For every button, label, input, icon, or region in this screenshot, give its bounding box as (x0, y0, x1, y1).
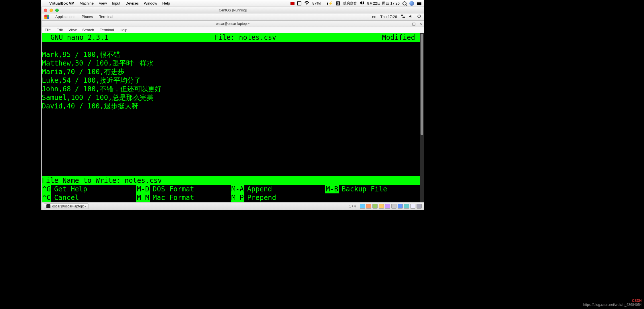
volume-icon[interactable] (409, 14, 413, 19)
shortcut-append[interactable]: M-AAppend (231, 185, 325, 193)
nano-prompt[interactable]: File Name to Write: notes.csv (42, 176, 420, 185)
scrollbar-thumb[interactable] (421, 34, 423, 135)
gnome-tray (360, 204, 422, 209)
terminal-menubar: File Edit View Search Terminal Help (42, 27, 424, 33)
menu-devices[interactable]: Devices (125, 1, 139, 5)
tray-icon[interactable] (366, 204, 371, 209)
terminal-scrollbar[interactable] (420, 33, 424, 202)
nano-modified: Modified (382, 33, 424, 42)
close-button[interactable]: × (420, 21, 422, 26)
svg-rect-0 (401, 15, 403, 16)
tray-icon[interactable] (417, 204, 422, 209)
shortcut-cancel[interactable]: ^CCancel (42, 193, 136, 202)
sogou-ime-icon[interactable]: S (336, 1, 340, 5)
minimize-icon[interactable] (50, 9, 53, 12)
tray-icon[interactable] (372, 204, 378, 209)
grid-icon[interactable] (297, 1, 301, 5)
siri-icon[interactable] (409, 1, 414, 6)
zoom-icon[interactable] (55, 9, 59, 12)
term-menu-search[interactable]: Search (82, 28, 94, 32)
shortcut-mac-format[interactable]: M-MMac Format (136, 193, 231, 202)
watermark-url: https://blog.csdn.net/weixin_43684054 (583, 303, 642, 307)
menu-window[interactable]: Window (144, 1, 157, 5)
taskbar-task-label: oscar@oscar-laptop:~ (52, 204, 86, 208)
close-icon[interactable] (44, 9, 47, 12)
gnome-taskbar: oscar@oscar-laptop:~ 1 / 4 (42, 202, 424, 210)
shortcut-empty (325, 193, 420, 202)
notification-center-icon[interactable] (417, 2, 421, 5)
battery-pct: 87% (312, 1, 320, 5)
battery-icon (321, 2, 327, 5)
vm-window: CentOS [Running] Applications Places Ter… (41, 7, 424, 210)
traffic-lights (44, 9, 59, 12)
nano-shortcuts: ^GGet Help M-DDOS Format M-AAppend M-BBa… (42, 185, 420, 202)
menu-view[interactable]: View (99, 1, 107, 5)
spotlight-icon[interactable] (403, 1, 407, 5)
menu-input[interactable]: Input (112, 1, 120, 5)
app-name[interactable]: VirtualBox VM (49, 1, 74, 5)
vm-title: CentOS [Running] (42, 8, 424, 12)
menu-help[interactable]: Help (162, 1, 170, 5)
taskbar-terminal-button[interactable]: oscar@oscar-laptop:~ (44, 203, 89, 209)
gnome-clock[interactable]: Thu 17:26 (380, 15, 397, 19)
tray-icon[interactable] (404, 204, 409, 209)
network-icon[interactable] (401, 14, 405, 19)
term-menu-edit[interactable]: Edit (56, 28, 63, 32)
watermark-logo: CSDN (583, 299, 642, 303)
gnome-places[interactable]: Places (82, 15, 93, 19)
term-menu-file[interactable]: File (45, 28, 51, 32)
tray-icon[interactable] (398, 204, 403, 209)
wifi-icon[interactable] (304, 1, 309, 6)
power-icon[interactable] (417, 14, 421, 19)
svg-rect-1 (403, 17, 405, 18)
watermark: CSDN https://blog.csdn.net/weixin_436840… (583, 299, 642, 307)
tray-icon[interactable] (379, 204, 384, 209)
maximize-button[interactable]: ▢ (412, 21, 416, 26)
workspace-indicator[interactable]: 1 / 4 (347, 204, 358, 209)
nano-file-label: File: notes.csv (108, 33, 382, 42)
shortcut-get-help[interactable]: ^GGet Help (42, 185, 136, 193)
terminal-title: oscar@oscar-laptop:~ (216, 22, 250, 26)
nano-header: GNU nano 2.3.1 File: notes.csv Modified (42, 33, 424, 42)
shortcut-dos-format[interactable]: M-DDOS Format (136, 185, 231, 193)
gnome-applications[interactable]: Applications (55, 15, 75, 19)
gnome-lang[interactable]: en (372, 15, 376, 19)
tray-icon[interactable] (391, 204, 396, 209)
vm-titlebar[interactable]: CentOS [Running] (42, 7, 424, 13)
term-menu-terminal[interactable]: Terminal (100, 28, 114, 32)
ime-label[interactable]: 搜狗拼音 (343, 1, 357, 6)
terminal-titlebar[interactable]: oscar@oscar-laptop:~ – ▢ × (42, 21, 424, 27)
datetime[interactable]: 8月22日 周四 17:26 (367, 1, 400, 6)
menu-machine[interactable]: Machine (80, 1, 94, 5)
terminal-window: oscar@oscar-laptop:~ – ▢ × File Edit Vie… (42, 20, 424, 202)
record-icon[interactable] (290, 2, 294, 5)
sound-icon[interactable] (360, 1, 364, 6)
tray-icon[interactable] (360, 204, 365, 209)
term-menu-help[interactable]: Help (120, 28, 127, 32)
gnome-activities-icon[interactable] (44, 15, 49, 19)
gnome-panel: Applications Places Terminal en Thu 17:2… (42, 13, 424, 20)
nano-body[interactable]: Mark,95 / 100,很不错 Matthew,30 / 100,跟平时一样… (42, 42, 424, 110)
battery-indicator[interactable]: 87% ⚡ (312, 1, 333, 5)
terminal-screen[interactable]: GNU nano 2.3.1 File: notes.csv Modified … (42, 33, 424, 202)
terminal-icon (46, 204, 50, 208)
macos-menubar: VirtualBox VM Machine View Input Devices… (41, 0, 424, 7)
nano-content[interactable]: Mark,95 / 100,很不错 Matthew,30 / 100,跟平时一样… (42, 50, 424, 110)
charging-icon: ⚡ (328, 1, 333, 5)
minimize-button[interactable]: – (406, 21, 408, 26)
term-menu-view[interactable]: View (68, 28, 76, 32)
tray-icon[interactable] (410, 204, 415, 209)
gnome-terminal-menu[interactable]: Terminal (99, 15, 113, 19)
shortcut-prepend[interactable]: M-PPrepend (231, 193, 325, 202)
shortcut-backup-file[interactable]: M-BBackup File (325, 185, 420, 193)
tray-icon[interactable] (385, 204, 390, 209)
nano-app-title: GNU nano 2.3.1 (42, 33, 108, 42)
